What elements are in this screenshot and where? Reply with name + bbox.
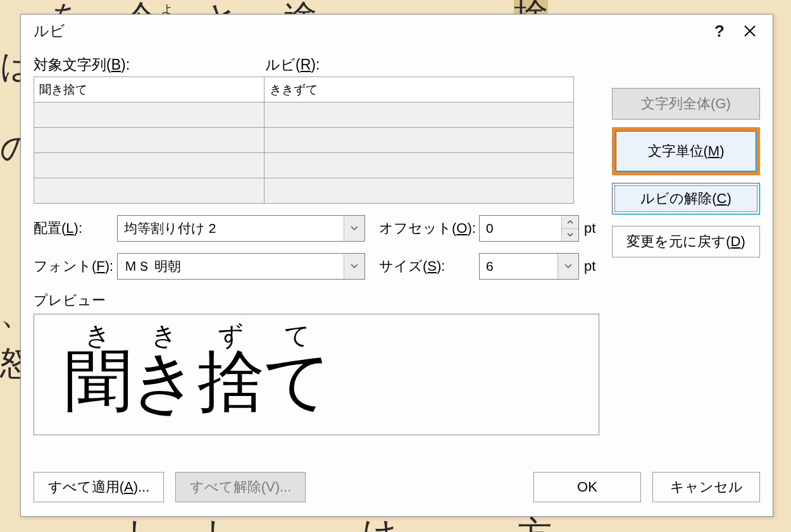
dialog-footer: すべて適用(A)... すべて解除(V)... OK キャンセル bbox=[34, 472, 760, 505]
size-unit: pt bbox=[584, 258, 595, 275]
chevron-down-icon bbox=[557, 254, 578, 279]
chevron-down-icon bbox=[344, 254, 364, 279]
ruby-input-1 bbox=[265, 102, 573, 127]
table-row bbox=[34, 77, 573, 102]
target-input-4 bbox=[34, 178, 264, 203]
ruby-table bbox=[34, 77, 574, 204]
align-select[interactable]: 均等割り付け 2 bbox=[117, 215, 365, 242]
remove-all-button[interactable]: すべて解除(V)... bbox=[175, 472, 306, 502]
close-button[interactable] bbox=[735, 18, 765, 44]
revert-button[interactable]: 変更を元に戻す(D) bbox=[612, 226, 760, 257]
align-label: 配置(L): bbox=[34, 219, 117, 238]
ruby-dialog: ルビ ? 対象文字列(B): ルビ(R): bbox=[20, 14, 773, 517]
ruby-input-2 bbox=[265, 128, 573, 152]
font-label: フォント(F): bbox=[34, 257, 117, 276]
preview-box: き き ず て 聞き捨て bbox=[34, 314, 599, 435]
clear-ruby-button[interactable]: ルビの解除(C) bbox=[612, 183, 760, 214]
ruby-input-4 bbox=[265, 178, 573, 203]
size-label: サイズ(S): bbox=[379, 257, 479, 276]
side-button-column: 文字列全体(G) 文字単位(M) ルビの解除(C) 変更を元に戻す(D) bbox=[612, 88, 760, 257]
ruby-input-3 bbox=[265, 153, 573, 178]
spinner-down-icon[interactable] bbox=[562, 228, 578, 242]
per-char-button[interactable]: 文字単位(M) bbox=[616, 131, 756, 171]
ruby-input-0[interactable] bbox=[265, 77, 573, 102]
table-row bbox=[34, 102, 573, 127]
table-row bbox=[34, 127, 573, 152]
whole-string-button[interactable]: 文字列全体(G) bbox=[612, 88, 760, 120]
font-select[interactable]: ＭＳ 明朝 bbox=[117, 253, 365, 280]
apply-all-button[interactable]: すべて適用(A)... bbox=[34, 472, 164, 502]
spinner-up-icon[interactable] bbox=[562, 216, 578, 228]
chevron-down-icon bbox=[344, 216, 364, 241]
size-select[interactable]: 6 bbox=[479, 253, 579, 280]
help-button[interactable]: ? bbox=[704, 18, 735, 44]
ok-button[interactable]: OK bbox=[533, 472, 641, 502]
titlebar: ルビ ? bbox=[21, 15, 773, 47]
table-header-labels: 対象文字列(B): ルビ(R): bbox=[34, 54, 760, 77]
offset-label: オフセット(O): bbox=[379, 219, 479, 238]
offset-spinner[interactable]: 0 bbox=[479, 215, 579, 242]
target-input-3 bbox=[34, 153, 264, 178]
close-icon bbox=[744, 25, 756, 37]
offset-unit: pt bbox=[584, 220, 595, 237]
cancel-button[interactable]: キャンセル bbox=[652, 472, 760, 502]
table-row bbox=[34, 152, 573, 178]
target-input-1 bbox=[34, 102, 264, 127]
target-input-0[interactable] bbox=[34, 77, 264, 102]
target-input-2 bbox=[34, 128, 264, 152]
preview-label: プレビュー bbox=[34, 291, 760, 310]
preview-base-text: 聞き捨て bbox=[65, 349, 330, 416]
per-char-highlight: 文字単位(M) bbox=[612, 127, 760, 175]
dialog-title: ルビ bbox=[34, 21, 704, 41]
table-row bbox=[34, 178, 573, 203]
